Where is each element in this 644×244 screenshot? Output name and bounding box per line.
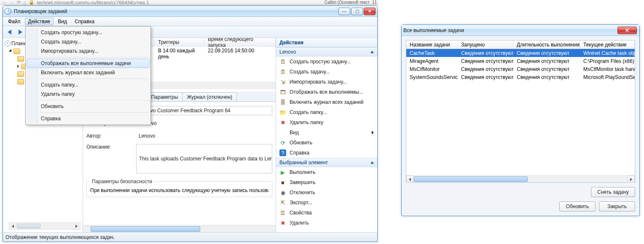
col-next-run[interactable]: Время следующего запуска [204,38,276,46]
scroll-right-button[interactable] [73,223,80,229]
cell-started: Сведения отсутствуют [458,74,513,80]
value-desc: This task uploads Customer Feedback Prog… [136,144,272,174]
popup-hscroll[interactable] [406,175,635,182]
blank-icon [279,129,286,136]
arrow-right-icon [19,30,22,35]
tab-history[interactable]: Журнал (отключен) [182,92,237,101]
menu-file[interactable]: Файл [5,18,24,25]
action-delete-folder[interactable]: ✖Удалить папку [276,117,377,127]
menuitem-enable-history[interactable]: Включить журнал всех заданий [27,68,150,77]
scroll-thumb[interactable] [414,176,528,182]
task-icon: 🗓 [279,58,286,65]
action-properties[interactable]: ☰Свойства [276,208,377,218]
close-button[interactable]: Закрыть [599,201,635,211]
action-create-task[interactable]: 🗓Создать задачу... [276,67,377,77]
list-row[interactable]: SystemSoundsServiceСведения отсутствуютС… [406,73,635,81]
menuitem-create-basic[interactable]: Создать простую задачу... [27,28,150,37]
cell-duration: Сведения отсутствуют [513,58,580,64]
close-button[interactable]: ✕ [364,8,376,15]
action-show-running[interactable]: 🗔Отображать все выполняемы... [276,87,377,97]
menuitem-help[interactable]: Справка [27,114,150,123]
cell-duration: Сведения отсутствуют [513,66,580,72]
help-icon: ? [279,149,286,156]
submenu-arrow-icon [372,131,374,134]
col-triggers[interactable]: Триггеры [155,38,204,46]
expander-icon[interactable] [17,65,19,68]
cell-current: Wininet Cache task object [580,50,635,56]
action-export[interactable]: ⇱Экспорт... [276,198,377,208]
expander-icon[interactable] [9,49,13,53]
stop-icon: ■ [279,179,286,186]
menuitem-create-task[interactable]: Создать задачу... [27,37,150,46]
col-current[interactable]: Текущее действие [580,41,635,49]
action-enable-history[interactable]: 🗄Включить журнал всех заданий [276,97,377,107]
scroll-thumb[interactable] [91,226,200,232]
menuitem-new-folder[interactable]: Создать папку... [27,80,150,89]
popup-close-button[interactable]: ✕ [617,27,637,34]
cell-current: Microsoft PlaySoundService [580,74,635,80]
menu-separator [39,57,149,57]
cell-duration: Сведения отсутствуют [513,74,580,80]
action-help[interactable]: ?Справка [276,148,377,158]
triangle-right-icon [75,225,78,228]
refresh-button[interactable]: Обновить [559,201,596,211]
scroll-left-button[interactable] [9,223,16,229]
action-delete[interactable]: ✖Удалить [276,218,377,228]
col-started[interactable]: Запущено [458,41,513,49]
tree-hscroll[interactable] [9,222,80,230]
menu-help[interactable]: Справка [71,18,98,25]
menuitem-import[interactable]: Импортировать задачу... [27,46,150,56]
action-run[interactable]: ▶Выполнить [276,167,377,177]
forward-arrow-icon: → [10,0,14,5]
action-create-basic[interactable]: 🗓Создать простую задачу... [276,57,377,67]
nav-forward-button[interactable] [16,28,25,36]
menu-action[interactable]: Действие [25,18,54,25]
actions-group-label: Выбранный элемент [279,160,328,165]
list-header: Название задачи Запущено Длительность вы… [406,41,635,49]
scroll-left-button[interactable] [406,176,413,183]
minimize-button[interactable]: — [338,8,350,15]
task-icon: 🗓 [279,68,286,75]
scroll-thumb[interactable] [17,224,40,228]
import-icon: ⇲ [279,79,286,85]
details-hscroll[interactable] [83,225,276,232]
play-icon: ▶ [279,169,286,176]
history-icon: 🗄 [279,99,286,106]
value-author: Lenovo [136,131,272,141]
triangle-right-icon [630,178,632,181]
action-new-folder[interactable]: 📁Создать папку... [276,107,377,117]
nav-back-button[interactable] [5,28,14,36]
cell-name: MirageAgent [406,58,458,64]
list-row[interactable]: MsCtfMonitorСведения отсутствуютСведения… [406,65,635,73]
list-row[interactable]: CacheTaskСведения отсутствуютСведения от… [406,49,635,57]
triangle-left-icon [12,225,14,228]
menuitem-refresh[interactable]: Обновить [27,102,150,111]
popup-titlebar[interactable]: Все выполняемые задачи ✕ [402,25,639,36]
app-clock-icon [5,8,11,15]
action-end[interactable]: ■Завершить [276,177,377,187]
col-task-name[interactable]: Название задачи [406,41,458,49]
menuitem-delete-folder[interactable]: Удалить папку [27,89,150,99]
actions-group-lenovo[interactable]: Lenovo [276,47,377,57]
maximize-button[interactable]: ▢ [351,8,363,15]
action-refresh[interactable]: ⟳Обновить [276,138,377,148]
menu-view[interactable]: Вид [54,18,70,25]
cell-next-run: 22.09.2016 14:50:00 [204,46,276,82]
folder-icon: 📁 [279,109,286,116]
lock-icon: 🔒 [29,0,35,5]
col-duration[interactable]: Длительность выполнения [513,41,580,49]
menuitem-show-running[interactable]: Отображать все выполняемые задачи [27,59,150,68]
action-view[interactable]: Вид [276,127,377,138]
actions-group-selected[interactable]: Выбранный элемент [276,158,377,167]
scroll-right-button[interactable] [628,176,635,183]
end-task-button[interactable]: Снять задачу [591,187,635,197]
export-icon: ⇱ [279,199,286,206]
url-text: technet.microsoft.com/ru-ru/library/cc76… [37,0,149,5]
tab-settings[interactable]: Параметры [146,92,182,101]
action-import[interactable]: ⇲Импортировать задачу... [276,77,377,87]
delete-icon: ✖ [279,119,286,126]
list-body[interactable]: CacheTaskСведения отсутствуютСведения от… [406,49,635,175]
titlebar[interactable]: Планировщик заданий — ▢ ✕ [3,6,377,17]
action-disable[interactable]: ◉Отключить [276,187,377,198]
list-row[interactable]: MirageAgentСведения отсутствуютСведения … [406,57,635,65]
